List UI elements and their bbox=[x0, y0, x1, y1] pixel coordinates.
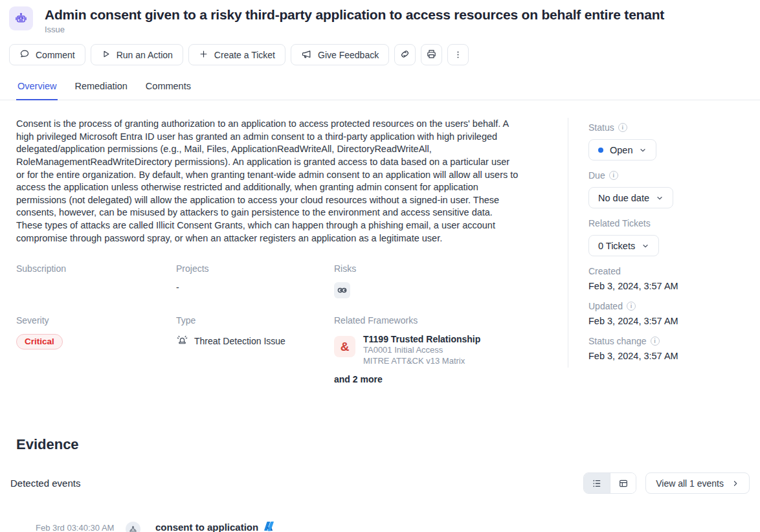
view-all-events-label: View all 1 events bbox=[656, 478, 724, 489]
mitre-attack-icon: & bbox=[334, 336, 355, 357]
related-tickets-label: Related Tickets bbox=[588, 218, 651, 228]
event-title: consent to application bbox=[155, 522, 258, 532]
projects-value: - bbox=[176, 282, 334, 293]
print-button[interactable] bbox=[421, 44, 442, 65]
robot-icon bbox=[9, 6, 33, 30]
status-change-label: Status change bbox=[588, 336, 647, 346]
page-title: Admin consent given to a risky third-par… bbox=[45, 6, 664, 23]
kebab-menu-icon[interactable] bbox=[447, 44, 469, 65]
comment-button-label: Comment bbox=[36, 50, 75, 60]
plus-icon bbox=[199, 49, 208, 61]
due-info-icon[interactable]: i bbox=[609, 171, 618, 180]
status-dropdown[interactable]: Open bbox=[588, 139, 656, 161]
issue-header: Admin consent given to a risky third-par… bbox=[0, 0, 760, 34]
severity-badge: Critical bbox=[16, 334, 63, 349]
view-all-events-button[interactable]: View all 1 events bbox=[645, 472, 750, 494]
view-toggle bbox=[583, 472, 636, 494]
run-action-button-label: Run an Action bbox=[117, 50, 173, 60]
chevron-down-icon bbox=[656, 194, 664, 202]
due-label: Due bbox=[588, 170, 605, 181]
status-dot-icon bbox=[598, 148, 603, 153]
status-label: Status bbox=[588, 122, 614, 133]
projects-label: Projects bbox=[176, 263, 334, 274]
updated-label: Updated bbox=[588, 301, 623, 311]
run-action-button[interactable]: Run an Action bbox=[91, 44, 183, 65]
give-feedback-button[interactable]: Give Feedback bbox=[291, 44, 389, 65]
link-icon bbox=[399, 49, 410, 61]
issue-description: Consent is the process of granting autho… bbox=[16, 118, 519, 245]
tab-remediation[interactable]: Remediation bbox=[73, 77, 128, 100]
tab-overview[interactable]: Overview bbox=[16, 77, 58, 100]
tab-comments[interactable]: Comments bbox=[144, 77, 192, 100]
due-value: No due date bbox=[598, 193, 649, 203]
issue-sidebar: Status i Open Due i No due date Related … bbox=[568, 118, 760, 368]
related-tickets-dropdown[interactable]: 0 Tickets bbox=[588, 235, 659, 256]
evidence-heading: Evidence bbox=[0, 436, 760, 453]
issue-meta-grid: Subscription Projects - Risks bbox=[16, 263, 519, 401]
eyes-icon[interactable] bbox=[334, 282, 350, 298]
chevron-down-icon bbox=[642, 242, 649, 250]
related-frameworks-label: Related Frameworks bbox=[334, 315, 519, 326]
comment-button[interactable]: Comment bbox=[9, 44, 85, 65]
copy-link-button[interactable] bbox=[394, 44, 416, 65]
tickets-value: 0 Tickets bbox=[598, 241, 635, 251]
updated-info-icon[interactable]: i bbox=[627, 302, 636, 311]
printer-icon bbox=[426, 49, 437, 61]
chevron-down-icon bbox=[639, 146, 647, 154]
create-ticket-button[interactable]: Create a Ticket bbox=[188, 44, 285, 65]
page-subtitle: Issue bbox=[45, 25, 664, 34]
status-value: Open bbox=[610, 145, 632, 155]
created-value: Feb 3, 2024, 3:57 AM bbox=[588, 281, 750, 291]
list-view-icon[interactable] bbox=[584, 473, 610, 493]
play-icon bbox=[101, 49, 111, 61]
chevron-right-icon bbox=[732, 480, 739, 487]
type-value: Threat Detection Issue bbox=[194, 336, 285, 346]
framework-title[interactable]: T1199 Trusted Relationship bbox=[363, 334, 480, 344]
hierarchy-icon bbox=[126, 522, 140, 532]
siren-icon bbox=[176, 334, 188, 348]
megaphone-icon bbox=[301, 49, 312, 61]
action-bar: Comment Run an Action Create a Ticket Gi… bbox=[0, 44, 760, 65]
tab-bar: Overview Remediation Comments bbox=[0, 77, 760, 100]
framework-tactic: TA0001 Initial Access bbox=[363, 345, 480, 355]
create-ticket-button-label: Create a Ticket bbox=[214, 50, 275, 60]
severity-label: Severity bbox=[16, 315, 176, 326]
detected-event-row[interactable]: Feb 3rd 03:40:30 AM consent to applicati… bbox=[0, 521, 760, 532]
overview-main: Consent is the process of granting autho… bbox=[0, 118, 568, 401]
status-change-info-icon[interactable]: i bbox=[651, 337, 660, 346]
event-timestamp: Feb 3rd 03:40:30 AM bbox=[36, 521, 120, 532]
subscription-label: Subscription bbox=[16, 263, 176, 274]
azure-logo-icon bbox=[263, 521, 274, 532]
framework-matrix: MITRE ATT&CK v13 Matrix bbox=[363, 356, 480, 366]
comment-bubble-icon bbox=[19, 49, 30, 61]
status-info-icon[interactable]: i bbox=[618, 123, 627, 132]
risks-label: Risks bbox=[334, 263, 519, 274]
give-feedback-button-label: Give Feedback bbox=[318, 50, 379, 60]
status-change-value: Feb 3, 2024, 3:57 AM bbox=[588, 351, 750, 361]
updated-value: Feb 3, 2024, 3:57 AM bbox=[588, 316, 750, 326]
created-label: Created bbox=[588, 266, 621, 276]
type-label: Type bbox=[176, 315, 334, 326]
framework-item[interactable]: & T1199 Trusted Relationship TA0001 Init… bbox=[334, 334, 519, 366]
due-dropdown[interactable]: No due date bbox=[588, 187, 673, 208]
frameworks-more-link[interactable]: and 2 more bbox=[334, 374, 519, 384]
table-view-icon[interactable] bbox=[610, 473, 636, 493]
detected-events-label: Detected events bbox=[10, 478, 80, 489]
